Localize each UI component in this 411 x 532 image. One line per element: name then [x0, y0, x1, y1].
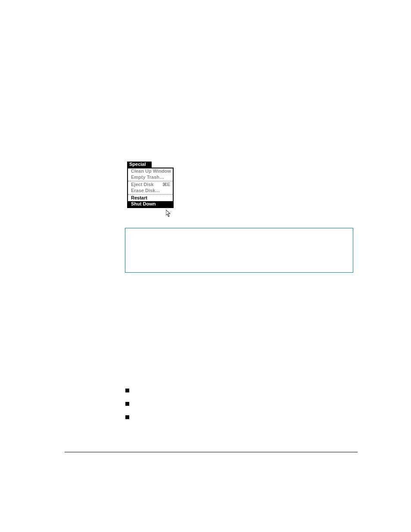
menu-item-empty-trash[interactable]: Empty Trash… [128, 174, 173, 180]
menu-separator [128, 194, 173, 195]
svg-marker-0 [166, 210, 170, 217]
footer-rule [65, 452, 358, 452]
note-box [125, 228, 353, 273]
menu-item-label: Eject Disk [131, 182, 154, 187]
special-menu[interactable]: Special Clean Up Window Empty Trash… Eje… [127, 162, 174, 208]
menu-item-restart[interactable]: Restart [128, 195, 173, 201]
menu-title[interactable]: Special [127, 162, 152, 168]
bullet-list [125, 389, 341, 429]
menu-body: Clean Up Window Empty Trash… Eject Disk … [127, 168, 174, 208]
menu-item-erase-disk[interactable]: Erase Disk… [128, 188, 173, 194]
bullet-icon [125, 389, 129, 392]
menu-item-shut-down[interactable]: Shut Down [128, 201, 173, 207]
menu-item-shortcut: ⌘E [162, 182, 170, 187]
bullet-icon [125, 415, 129, 419]
bullet-icon [125, 402, 129, 406]
pointer-cursor-icon [166, 210, 172, 218]
menu-item-eject-disk[interactable]: Eject Disk ⌘E [128, 182, 173, 188]
menu-item-clean-up-window[interactable]: Clean Up Window [128, 168, 173, 174]
menu-separator [128, 181, 173, 181]
